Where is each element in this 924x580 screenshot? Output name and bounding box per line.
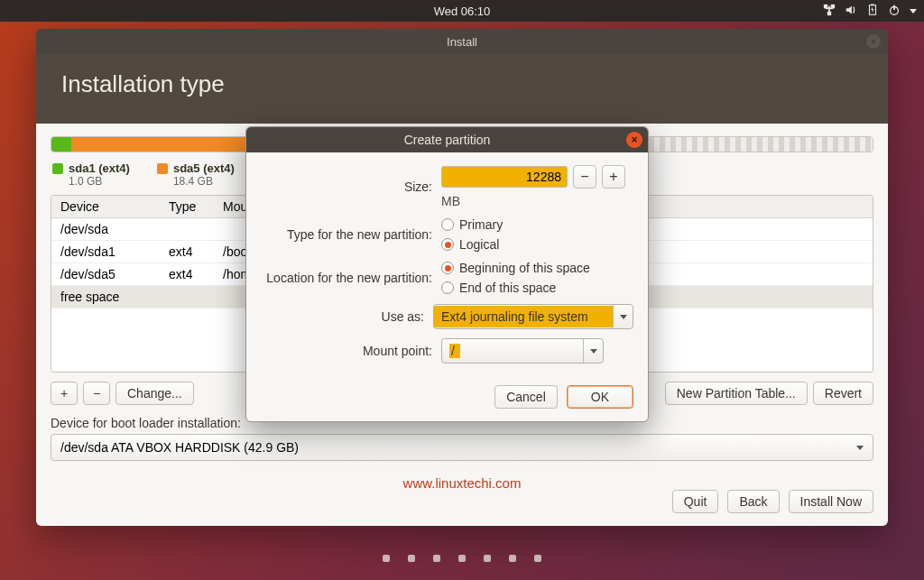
- radio-end[interactable]: End of this space: [441, 281, 556, 295]
- partition-seg-sda1[interactable]: [51, 137, 71, 152]
- legend-size: 18.4 GB: [173, 175, 235, 188]
- col-device[interactable]: Device: [51, 196, 160, 217]
- use-as-select[interactable]: Ext4 journaling file system: [433, 304, 633, 329]
- battery-icon[interactable]: [866, 4, 879, 19]
- mount-point-label: Mount point:: [261, 344, 441, 358]
- system-tray: [823, 0, 917, 22]
- radio-primary[interactable]: Primary: [441, 217, 503, 232]
- legend-swatch: [52, 163, 63, 174]
- bootloader-value: /dev/sda ATA VBOX HARDDISK (42.9 GB): [60, 440, 299, 455]
- size-increment-button[interactable]: +: [602, 165, 625, 189]
- cancel-button[interactable]: Cancel: [494, 385, 558, 409]
- radio-logical[interactable]: Logical: [441, 237, 499, 252]
- dialog-close-icon[interactable]: ×: [626, 132, 642, 148]
- ok-button[interactable]: OK: [567, 385, 633, 409]
- size-label: Size:: [261, 180, 441, 194]
- dot[interactable]: [408, 555, 415, 562]
- session-icon[interactable]: [888, 4, 901, 19]
- change-partition-button[interactable]: Change...: [116, 382, 194, 405]
- use-as-label: Use as:: [261, 309, 433, 324]
- dot[interactable]: [433, 555, 440, 562]
- dot[interactable]: [383, 555, 390, 562]
- legend-size: 1.0 GB: [69, 175, 130, 188]
- install-now-button[interactable]: Install Now: [789, 490, 873, 513]
- add-partition-button[interactable]: +: [51, 382, 78, 405]
- legend-swatch: [157, 163, 168, 174]
- dialog-titlebar: Create partition ×: [246, 127, 648, 152]
- dot[interactable]: [458, 555, 466, 562]
- dot[interactable]: [534, 555, 541, 562]
- mount-point-value: /: [449, 344, 460, 358]
- chevron-down-icon: [613, 305, 633, 328]
- use-as-value: Ext4 journaling file system: [434, 306, 613, 327]
- size-input[interactable]: [441, 166, 568, 188]
- watermark-text: www.linuxtechi.com: [51, 475, 873, 491]
- dialog-title: Create partition: [404, 133, 491, 147]
- page-title: Installation type: [36, 54, 888, 124]
- create-partition-dialog: Create partition × Size: − + MB Type for…: [245, 126, 649, 422]
- desktop-topbar: Wed 06:10: [0, 0, 924, 22]
- quit-button[interactable]: Quit: [672, 490, 719, 513]
- mount-point-select[interactable]: /: [441, 338, 604, 364]
- chevron-down-icon: [583, 339, 603, 363]
- legend-name: sda5 (ext4): [173, 161, 235, 175]
- partition-location-label: Location for the new partition:: [261, 271, 441, 285]
- col-type[interactable]: Type: [160, 196, 214, 217]
- revert-button[interactable]: Revert: [813, 382, 873, 405]
- size-unit: MB: [441, 194, 460, 208]
- window-title: Install: [447, 35, 477, 49]
- back-button[interactable]: Back: [727, 490, 779, 513]
- network-icon[interactable]: [823, 4, 836, 19]
- size-decrement-button[interactable]: −: [573, 165, 596, 189]
- partition-type-label: Type for the new partition:: [261, 227, 441, 242]
- svg-rect-6: [871, 4, 874, 5]
- remove-partition-button[interactable]: −: [83, 382, 110, 405]
- legend-name: sda1 (ext4): [69, 161, 130, 175]
- dot[interactable]: [484, 555, 491, 562]
- svg-rect-4: [826, 7, 834, 9]
- dot[interactable]: [509, 555, 516, 562]
- new-partition-table-button[interactable]: New Partition Table...: [665, 382, 808, 405]
- volume-icon[interactable]: [845, 4, 857, 19]
- svg-rect-8: [893, 5, 895, 9]
- clock-label: Wed 06:10: [434, 5, 491, 18]
- radio-beginning[interactable]: Beginning of this space: [441, 261, 590, 275]
- launcher-dots: [0, 555, 924, 562]
- window-titlebar: Install ×: [36, 29, 888, 54]
- menu-chevron-icon[interactable]: [910, 9, 917, 14]
- window-close-icon[interactable]: ×: [866, 34, 881, 49]
- footer-buttons: Quit Back Install Now: [672, 490, 873, 513]
- chevron-down-icon: [856, 446, 864, 450]
- bootloader-select[interactable]: /dev/sda ATA VBOX HARDDISK (42.9 GB): [51, 434, 873, 461]
